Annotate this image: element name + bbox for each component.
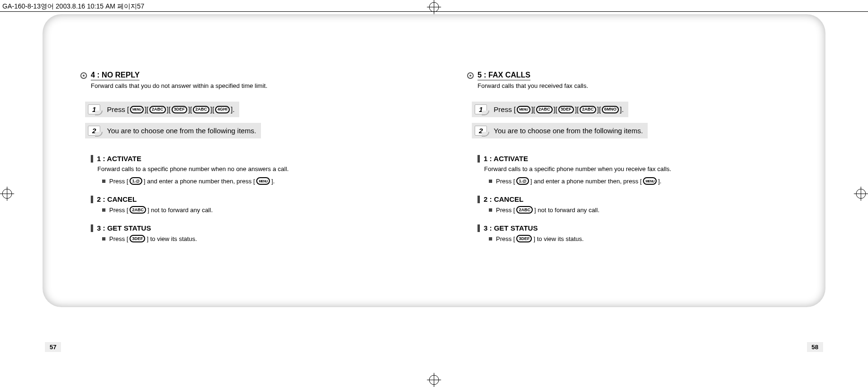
step-prefix: Press [: [107, 105, 129, 113]
sub-heading: 3 : GET STATUS: [97, 224, 151, 232]
key-4-icon: 4GHI: [215, 106, 230, 113]
sub-heading-row: 1 : ACTIVATE: [477, 155, 807, 163]
action-row: Press [ 2ABC ] not to forward any call.: [102, 206, 420, 214]
action-text: Press [ 1.@ ] and enter a phone number t…: [109, 177, 275, 185]
key-menu-icon: MENU: [643, 177, 657, 185]
bracket-sep: ][: [597, 105, 601, 113]
action-mid: ] not to forward any call.: [534, 206, 599, 214]
step-number: 2: [475, 126, 487, 136]
sub-description: Forward calls to a specific phone number…: [484, 165, 807, 172]
registration-mark-right: [854, 187, 868, 201]
action-mid: ] and enter a phone number then, press [: [144, 178, 255, 185]
action-pre: Press [: [496, 178, 515, 185]
bar-bullet-icon: [91, 196, 93, 203]
sub-heading: 2 : CANCEL: [97, 195, 137, 203]
action-row: Press [ 3DEF ] to view its status.: [489, 235, 807, 242]
bar-bullet-icon: [91, 155, 93, 163]
key-2-icon: 2ABC: [149, 106, 166, 113]
key-2b-icon: 2ABC: [193, 106, 209, 113]
key-3-icon: 3DEF: [516, 235, 532, 242]
key-1-icon: 1.@: [130, 177, 142, 185]
sub-heading-row: 1 : ACTIVATE: [91, 155, 420, 163]
key-3-icon: 3DEF: [172, 106, 187, 113]
bracket-sep: ][: [210, 105, 214, 113]
page-number-left: 57: [45, 342, 61, 352]
key-2-icon: 2ABC: [536, 106, 553, 113]
action-pre: Press [: [109, 206, 128, 214]
action-text: Press [ 3DEF ] to view its status.: [496, 235, 584, 242]
section-header-row: 4 : NO REPLY: [80, 71, 420, 80]
bracket-sep: ][: [167, 105, 171, 113]
square-bullet-icon: [102, 180, 105, 183]
bracket-sep: ][: [554, 105, 557, 113]
sub-heading-row: 3 : GET STATUS: [477, 224, 807, 232]
step-text: You are to choose one from the following…: [107, 127, 256, 135]
action-row: Press [ 1.@ ] and enter a phone number t…: [102, 177, 420, 185]
action-pre: Press [: [496, 206, 515, 214]
bracket-sep: ][: [188, 105, 192, 113]
sub-heading-row: 3 : GET STATUS: [91, 224, 420, 232]
registration-mark-bottom: [427, 373, 441, 387]
step-2: 2 You are to choose one from the followi…: [85, 123, 261, 138]
action-row: Press [ 1.@ ] and enter a phone number t…: [489, 177, 807, 185]
section-description: Forward calls that you received fax call…: [477, 82, 807, 89]
action-row: Press [ 2ABC ] not to forward any call.: [489, 206, 807, 214]
registration-mark-top: [427, 0, 441, 14]
sub-heading: 1 : ACTIVATE: [484, 155, 528, 163]
action-pre: Press [: [496, 235, 515, 242]
key-2b-icon: 2ABC: [580, 106, 596, 113]
square-bullet-icon: [489, 208, 492, 212]
circle-bullet-icon: [80, 72, 87, 79]
sub-heading-row: 2 : CANCEL: [91, 195, 420, 203]
step-1: 1 Press [ MENU][ 2ABC][ 3DEF][ 2ABC][ 6M…: [472, 102, 628, 117]
action-post: ].: [271, 178, 275, 185]
page-right: 5 : FAX CALLS Forward calls that you rec…: [439, 14, 825, 307]
action-text: Press [ 3DEF ] to view its status.: [109, 235, 197, 242]
sub-heading: 2 : CANCEL: [484, 195, 523, 203]
step-2: 2 You are to choose one from the followi…: [472, 123, 648, 138]
sub-heading: 1 : ACTIVATE: [97, 155, 141, 163]
bracket-sep: ][: [575, 105, 579, 113]
action-text: Press [ 2ABC ] not to forward any call.: [109, 206, 213, 214]
key-2-icon: 2ABC: [130, 206, 146, 214]
action-mid: ] to view its status.: [533, 235, 583, 242]
action-text: Press [ 2ABC ] not to forward any call.: [496, 206, 599, 214]
step-prefix: Press [: [494, 105, 516, 113]
action-mid: ] not to forward any call.: [148, 206, 213, 214]
action-post: ].: [658, 178, 661, 185]
action-mid: ] to view its status.: [147, 235, 197, 242]
bar-bullet-icon: [477, 155, 480, 163]
page-left: 4 : NO REPLY Forward calls that you do n…: [43, 14, 439, 307]
action-pre: Press [: [109, 178, 128, 185]
print-header: GA-160-8-13영어 2003.8.16 10:15 AM 페이지57: [2, 2, 144, 11]
square-bullet-icon: [102, 237, 105, 241]
bar-bullet-icon: [477, 224, 480, 232]
key-menu-icon: MENU: [256, 177, 270, 185]
section-title: 5 : FAX CALLS: [477, 71, 530, 80]
key-6-icon: 6MNO: [602, 106, 619, 113]
section-description: Forward calls that you do not answer wit…: [91, 82, 420, 89]
bar-bullet-icon: [477, 196, 480, 203]
step-text: Press [ MENU][ 2ABC][ 3DEF][ 2ABC][ 4GHI…: [107, 105, 234, 113]
step-text: You are to choose one from the following…: [494, 127, 642, 135]
sub-heading-row: 2 : CANCEL: [477, 195, 807, 203]
square-bullet-icon: [489, 237, 492, 241]
key-1-icon: 1.@: [516, 177, 529, 185]
bracket-sep: ][: [531, 105, 535, 113]
action-row: Press [ 3DEF ] to view its status.: [102, 235, 420, 242]
circle-bullet-icon: [467, 72, 474, 79]
square-bullet-icon: [102, 208, 105, 212]
key-2-icon: 2ABC: [516, 206, 533, 214]
key-3-icon: 3DEF: [558, 106, 574, 113]
step-suffix: ].: [620, 105, 624, 113]
bracket-sep: ][: [145, 105, 148, 113]
registration-mark-left: [0, 187, 14, 201]
step-1: 1 Press [ MENU][ 2ABC][ 3DEF][ 2ABC][ 4G…: [85, 102, 239, 117]
key-3-icon: 3DEF: [130, 235, 145, 242]
sub-description: Forward calls to a specific phone number…: [97, 165, 420, 172]
section-title: 4 : NO REPLY: [91, 71, 139, 80]
page-number-right: 58: [807, 342, 823, 352]
square-bullet-icon: [489, 180, 492, 183]
action-pre: Press [: [109, 235, 128, 242]
action-mid: ] and enter a phone number then, press [: [530, 178, 642, 185]
